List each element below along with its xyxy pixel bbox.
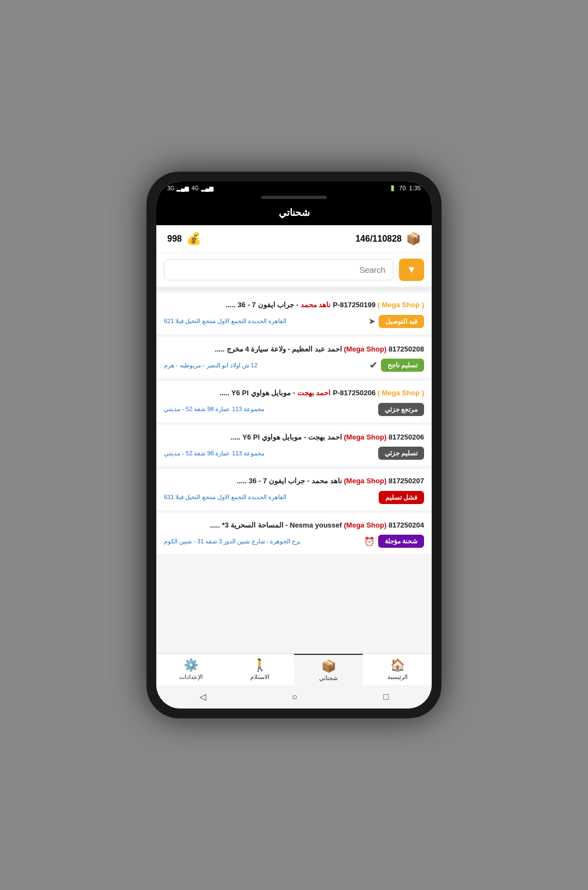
notch: [261, 196, 327, 199]
signal-4g: 4G: [191, 185, 198, 191]
shop-name-3: ( Mega Shop ): [378, 389, 424, 397]
status-badge-3: مرتجع جزئي: [378, 403, 424, 416]
system-nav: ◁ ○ □: [156, 685, 432, 709]
shipment-footer-3: مرتجع جزئي مجموعة 113 عمارة 98 شقة 52 - …: [164, 403, 424, 416]
customer-name-1: ناهد محمد: [301, 301, 331, 309]
status-bar: 3G ▂▄▆ 4G ▂▄▆ 🔋 70 1:35: [156, 181, 432, 194]
shop-name-5: (Mega Shop): [344, 477, 386, 485]
address-1: القاهرة الجديدة التجمع الاول منتجع النخي…: [164, 318, 361, 325]
money-icon: 💰: [186, 232, 201, 246]
filter-icon: ▼: [407, 264, 416, 275]
address-3: مجموعة 113 عمارة 98 شقة 52 - مدينتي: [164, 406, 374, 413]
address-6: برج الجوهرة - شارع شبين الدور 3 شقه 31 -…: [164, 538, 357, 545]
shipment-card-2[interactable]: 817250208 (Mega Shop) احمد عبد العظيم - …: [156, 337, 432, 379]
nav-receive-label: الاستلام: [250, 674, 269, 681]
shipment-footer-6: شحنة مؤجلة ⏰ برج الجوهرة - شارع شبين الد…: [164, 535, 424, 548]
signal-bars-2: ▂▄▆: [201, 185, 214, 191]
shipments-nav-icon: 📦: [321, 659, 336, 674]
address-2: 12 ش اولاد ابو النصر - مريوطيه - هرم: [164, 362, 362, 369]
filter-button[interactable]: ▼: [399, 259, 424, 281]
packages-count: 146/110828: [355, 234, 402, 244]
stat-packages: 📦 146/110828: [355, 232, 421, 246]
phone-frame: 3G ▂▄▆ 4G ▂▄▆ 🔋 70 1:35 شحناتي 📦: [146, 172, 442, 718]
shipment-card-3[interactable]: P-817250206 ( Mega Shop ) احمد بهجت - مو…: [156, 381, 432, 423]
search-row: ▼: [156, 253, 432, 291]
shipment-card-5[interactable]: 817250207 (Mega Shop) ناهد محمد - جراب ا…: [156, 469, 432, 511]
notch-area: [156, 194, 432, 201]
stats-row: 📦 146/110828 💰 998: [156, 225, 432, 253]
clock-icon-6: ⏰: [364, 536, 375, 547]
time-display: 1:35: [409, 185, 421, 191]
home-icon: 🏠: [390, 658, 405, 672]
recents-button[interactable]: □: [373, 689, 400, 704]
app-title: شحناتي: [279, 207, 310, 218]
shipment-title-1: P-817250199 ( Mega Shop ) ناهد محمد - جر…: [164, 300, 424, 311]
status-badge-5: فشل تسليم: [379, 491, 424, 504]
shipment-title-6: 817250204 (Mega Shop) Nesma youssef - ال…: [164, 520, 424, 531]
shipment-footer-4: تسليم جزئي مجموعة 113 عمارة 98 شقة 52 - …: [164, 447, 424, 460]
shop-name-4: (Mega Shop): [344, 433, 386, 441]
phone-screen: 3G ▂▄▆ 4G ▂▄▆ 🔋 70 1:35 شحناتي 📦: [156, 181, 432, 709]
check-icon-2: ✔: [369, 359, 378, 371]
nav-home-label: الرئيسية: [387, 674, 408, 681]
app-header: شحناتي: [156, 201, 432, 225]
status-right: 🔋 70 1:35: [389, 185, 421, 191]
battery-level: 70: [399, 185, 405, 191]
shipment-title-4: 817250206 (Mega Shop) احمد بهجت - موبايل…: [164, 432, 424, 443]
battery-icon: 🔋: [389, 185, 396, 191]
status-badge-4: تسليم جزئي: [378, 447, 424, 460]
shipment-footer-1: قيد التوصيل ➤ القاهرة الجديدة التجمع الا…: [164, 315, 424, 328]
signal-indicators: 3G ▂▄▆ 4G ▂▄▆: [167, 185, 214, 191]
shipment-card[interactable]: P-817250199 ( Mega Shop ) ناهد محمد - جر…: [156, 293, 432, 335]
signal-3g: 3G: [167, 185, 174, 191]
shipments-list: P-817250199 ( Mega Shop ) ناهد محمد - جر…: [156, 291, 432, 653]
nav-item-receive[interactable]: 🚶 الاستلام: [225, 654, 294, 685]
customer-name-3: احمد بهجت: [297, 389, 331, 397]
shop-name-2: (Mega Shop): [344, 345, 386, 353]
shipment-card-4[interactable]: 817250206 (Mega Shop) احمد بهجت - موبايل…: [156, 425, 432, 467]
stat-money: 💰 998: [167, 232, 201, 246]
shipment-title-2: 817250208 (Mega Shop) احمد عبد العظيم - …: [164, 344, 424, 355]
shipment-title-5: 817250207 (Mega Shop) ناهد محمد - جراب ا…: [164, 476, 424, 487]
address-4: مجموعة 113 عمارة 98 شقة 52 - مدينتي: [164, 450, 374, 457]
share-icon-1: ➤: [368, 316, 375, 326]
status-badge-2: تسليم ناجح: [381, 359, 424, 372]
receive-icon: 🚶: [252, 658, 267, 672]
shipment-title-3: P-817250206 ( Mega Shop ) احمد بهجت - مو…: [164, 388, 424, 399]
nav-settings-label: الإعدادات: [179, 674, 203, 681]
nav-shipments-label: شحناتي: [319, 675, 338, 682]
back-button[interactable]: ◁: [189, 689, 217, 704]
address-5: القاهرة الجديدة التجمع الاول منتجع النخي…: [164, 494, 374, 501]
shop-name-1: ( Mega Shop ): [378, 301, 424, 309]
bottom-nav: ⚙️ الإعدادات 🚶 الاستلام 📦 شحناتي 🏠 الرئي…: [156, 653, 432, 685]
nav-item-home[interactable]: 🏠 الرئيسية: [363, 654, 432, 685]
money-amount: 998: [167, 234, 182, 244]
shipment-footer-2: تسليم ناجح ✔ 12 ش اولاد ابو النصر - مريو…: [164, 359, 424, 372]
home-button[interactable]: ○: [281, 689, 308, 704]
status-badge-1: قيد التوصيل: [379, 315, 424, 328]
content-area: 📦 146/110828 💰 998 ▼: [156, 225, 432, 653]
signal-bars: ▂▄▆: [177, 185, 189, 191]
settings-icon: ⚙️: [184, 658, 198, 672]
packages-icon: 📦: [406, 232, 421, 246]
shipment-footer-5: فشل تسليم القاهرة الجديدة التجمع الاول م…: [164, 491, 424, 504]
nav-item-shipments[interactable]: 📦 شحناتي: [294, 654, 363, 685]
status-badge-6: شحنة مؤجلة: [378, 535, 424, 548]
nav-item-settings[interactable]: ⚙️ الإعدادات: [156, 654, 225, 685]
search-input[interactable]: [164, 259, 393, 280]
shipment-card-6[interactable]: 817250204 (Mega Shop) Nesma youssef - ال…: [156, 513, 432, 555]
shop-name-6: (Mega Shop): [344, 521, 386, 529]
